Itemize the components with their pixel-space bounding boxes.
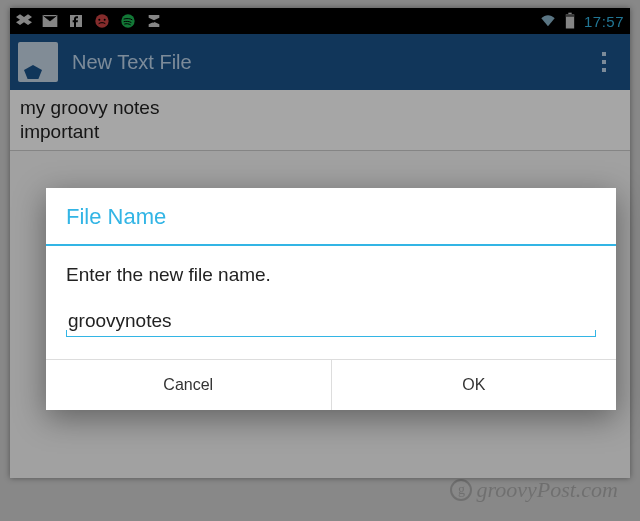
device-screen: 17:57 New Text File my groovy notes impo… [10, 8, 630, 478]
watermark-text: groovyPost.com [476, 477, 618, 503]
dialog-title: File Name [46, 188, 616, 246]
file-name-dialog: File Name Enter the new file name. Cance… [46, 188, 616, 410]
dialog-message: Enter the new file name. [46, 246, 616, 296]
file-name-input[interactable] [66, 304, 596, 337]
cancel-button[interactable]: Cancel [46, 360, 331, 410]
ok-button[interactable]: OK [331, 360, 617, 410]
dialog-button-bar: Cancel OK [46, 359, 616, 410]
watermark-icon: g [450, 479, 472, 501]
watermark: g groovyPost.com [450, 477, 618, 503]
